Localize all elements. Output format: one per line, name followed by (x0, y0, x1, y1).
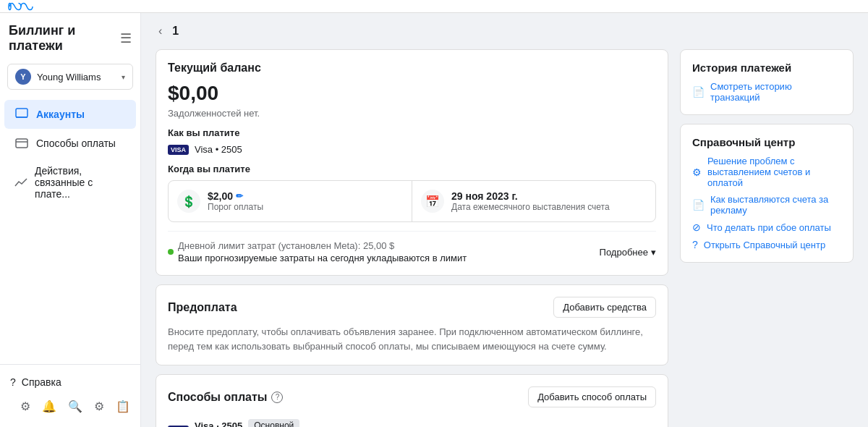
meta-logo (7, 1, 33, 12)
sidebar-item-payment-actions[interactable]: Действия, связанные с плате... (4, 158, 136, 207)
payment-methods-card: Способы оплаты ? Добавить способ оплаты … (156, 374, 668, 427)
sidebar-header: Биллинг и платежи ☰ (0, 13, 140, 59)
help-link-open[interactable]: ? Открыть Справочный центр (692, 239, 841, 250)
content-area: Текущий баланс $0,00 Задолженностей нет.… (141, 49, 868, 427)
sidebar-item-accounts-label: Аккаунты (36, 109, 85, 120)
green-dot (168, 249, 174, 255)
prepay-card: Предоплата Добавить средства Вносите пре… (156, 284, 668, 365)
sidebar-footer: ? Справка ⚙ 🔔 🔍 ⚙ 📋 (0, 364, 140, 427)
invoices-icon: 📄 (692, 199, 705, 211)
transactions-icon: 📄 (692, 86, 705, 98)
payment-methods-header: Способы оплаты ? Добавить способ оплаты (168, 386, 656, 407)
help-center-title: Справочный центр (692, 136, 841, 148)
how-pay-label: Как вы платите (168, 127, 656, 138)
threshold-edit-icon[interactable]: ✏ (236, 191, 243, 201)
threshold-amount: $2,00 ✏ (208, 190, 263, 202)
pm-name: Visa · 2505 (195, 420, 242, 428)
account-name: Young Williams (37, 72, 116, 83)
sidebar-item-payment-methods-label: Способы оплаты (36, 138, 116, 149)
prepay-title: Предоплата (168, 301, 237, 314)
add-payment-method-button[interactable]: Добавить способ оплаты (528, 386, 656, 407)
help-link-invoices[interactable]: 📄 Как выставляются счета за рекламу (692, 194, 841, 216)
page-header: ‹ 1 (141, 13, 868, 49)
payment-method-row: VISA Visa • 2505 (168, 144, 656, 155)
open-help-icon: ? (692, 239, 698, 250)
back-button[interactable]: ‹ (156, 22, 165, 41)
payment-actions-icon (14, 175, 27, 190)
avatar: Y (15, 69, 31, 85)
threshold-label: Порог оплаты (208, 202, 263, 212)
search-icon[interactable]: 🔍 (68, 398, 82, 414)
page-number: 1 (172, 25, 179, 38)
help-card: Справочный центр ⚙ Решение проблем с выс… (680, 124, 854, 263)
calendar-icon: 📅 (421, 190, 444, 213)
main-column: Текущий баланс $0,00 Задолженностей нет.… (156, 49, 668, 427)
config-icon[interactable]: ⚙ (94, 398, 104, 414)
limit-status: Дневной лимит затрат (установлен Meta): … (168, 240, 467, 263)
primary-badge: Основной (248, 419, 299, 427)
bottom-icons: ⚙ 🔔 🔍 ⚙ 📋 (10, 392, 130, 420)
limit-row: Дневной лимит затрат (установлен Meta): … (168, 231, 656, 263)
help-link-payment-failure[interactable]: ⊘ Что делать при сбое оплаты (692, 221, 841, 233)
pages-icon[interactable]: 📋 (116, 398, 130, 414)
notifications-icon[interactable]: 🔔 (42, 398, 56, 414)
svg-rect-1 (16, 109, 27, 117)
balance-amount: $0,00 (168, 82, 656, 105)
daily-limit-label: Дневной лимит затрат (установлен Meta): … (178, 240, 467, 251)
billing-date-item: 📅 29 ноя 2023 г. Дата ежемесячного выста… (412, 181, 655, 221)
pm-more-button[interactable]: ••• (634, 422, 656, 428)
account-selector[interactable]: Y Young Williams ▾ (7, 64, 133, 90)
sidebar-item-payment-actions-label: Действия, связанные с плате... (35, 165, 126, 200)
sidebar-item-accounts[interactable]: Аккаунты (4, 100, 136, 129)
details-button[interactable]: Подробнее ▾ (600, 247, 656, 258)
accounts-icon (14, 107, 29, 122)
transactions-link[interactable]: 📄 Смотреть историю транзакций (692, 81, 841, 103)
main-content: ‹ 1 Текущий баланс $0,00 Задолженностей … (141, 13, 868, 427)
pm-info: Visa · 2505 Основной Срок действия истек… (195, 419, 480, 427)
balance-title: Текущий баланс (168, 62, 656, 75)
app-layout: Биллинг и платежи ☰ Y Young Williams ▾ А… (0, 13, 868, 427)
help-item[interactable]: ? Справка (10, 372, 130, 392)
threshold-icon: 💲 (177, 190, 200, 213)
limit-status-text: Ваши прогнозируемые затраты на сегодня у… (178, 253, 467, 263)
chevron-down-icon: ▾ (122, 73, 125, 81)
sidebar-item-payment-methods[interactable]: Способы оплаты (4, 129, 136, 158)
topbar (0, 0, 868, 13)
balance-status: Задолженностей нет. (168, 108, 656, 119)
visa-badge-small: VISA (168, 145, 189, 155)
sidebar: Биллинг и платежи ☰ Y Young Williams ▾ А… (0, 13, 141, 427)
help-icon: ? (10, 376, 16, 388)
hamburger-icon[interactable]: ☰ (120, 30, 132, 46)
sidebar-title: Биллинг и платежи (9, 23, 120, 54)
billing-date: 29 ноя 2023 г. (451, 190, 610, 202)
visa-text: Visa • 2505 (195, 144, 242, 155)
history-card: История платежей 📄 Смотреть историю тран… (680, 49, 854, 115)
history-title: История платежей (692, 62, 841, 74)
svg-rect-2 (16, 139, 27, 148)
when-pay-grid: 💲 $2,00 ✏ Порог оплаты 📅 (168, 180, 656, 222)
info-icon[interactable]: ? (271, 392, 283, 403)
billing-icon: ⚙ (692, 166, 702, 178)
add-funds-button[interactable]: Добавить средства (553, 297, 656, 318)
help-link-billing[interactable]: ⚙ Решение проблем с выставлением счетов … (692, 156, 841, 188)
side-column: История платежей 📄 Смотреть историю тран… (680, 49, 854, 427)
billing-date-label: Дата ежемесячного выставления счета (451, 202, 610, 212)
settings-icon[interactable]: ⚙ (20, 398, 30, 414)
payment-method-row-main: VISA Visa · 2505 Основной Срок действия … (168, 413, 656, 427)
help-label: Справка (22, 376, 61, 388)
when-pay-label: Когда вы платите (168, 164, 656, 174)
balance-card: Текущий баланс $0,00 Задолженностей нет.… (156, 49, 668, 276)
nav-items: Аккаунты Способы оплаты Действия, связан… (0, 94, 140, 364)
payment-methods-icon (14, 136, 29, 151)
payment-failure-icon: ⊘ (692, 221, 701, 233)
prepay-header: Предоплата Добавить средства (168, 297, 656, 318)
payment-methods-title: Способы оплаты (168, 391, 267, 404)
prepay-description: Вносите предоплату, чтобы оплачивать объ… (168, 325, 656, 353)
threshold-item: 💲 $2,00 ✏ Порог оплаты (169, 181, 412, 221)
